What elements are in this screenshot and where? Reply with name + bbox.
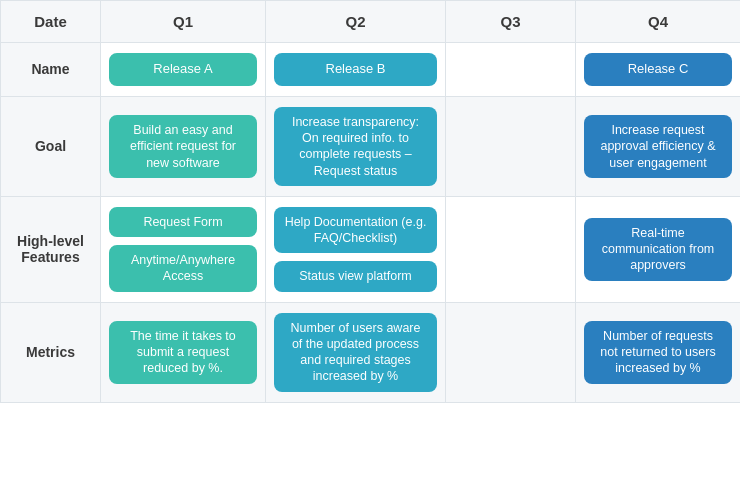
name-q1: Release A xyxy=(101,43,266,97)
metrics-q1: The time it takes to submit a request re… xyxy=(101,302,266,402)
roadmap-table: Date Q1 Q2 Q3 Q4 Name Release A Release … xyxy=(0,0,740,403)
goal-q4-pill: Increase request approval efficiency & u… xyxy=(584,115,732,178)
goal-q2-pill: Increase transparency: On required info.… xyxy=(274,107,437,186)
header-q4: Q4 xyxy=(576,1,741,43)
name-q4: Release C xyxy=(576,43,741,97)
row-label-metrics: Metrics xyxy=(1,302,101,402)
features-q2-pill-0: Help Documentation (e.g. FAQ/Checklist) xyxy=(274,207,437,254)
features-q1-inner: Request Form Anytime/Anywhere Access xyxy=(109,207,257,292)
goal-q2: Increase transparency: On required info.… xyxy=(266,96,446,196)
header-q1: Q1 xyxy=(101,1,266,43)
name-q2-pill: Release B xyxy=(274,53,437,86)
header-date: Date xyxy=(1,1,101,43)
goal-q1: Build an easy and efficient request for … xyxy=(101,96,266,196)
metrics-q4-pill: Number of requests not returned to users… xyxy=(584,321,732,384)
row-label-name: Name xyxy=(1,43,101,97)
header-q3: Q3 xyxy=(446,1,576,43)
name-q4-pill: Release C xyxy=(584,53,732,86)
features-q2: Help Documentation (e.g. FAQ/Checklist) … xyxy=(266,196,446,302)
features-q1-pill-0: Request Form xyxy=(109,207,257,237)
row-label-goal: Goal xyxy=(1,96,101,196)
features-q4-pill-0: Real-time communication from approvers xyxy=(584,218,732,281)
features-q1-pill-1: Anytime/Anywhere Access xyxy=(109,245,257,292)
metrics-q3 xyxy=(446,302,576,402)
metrics-q1-pill: The time it takes to submit a request re… xyxy=(109,321,257,384)
features-q3 xyxy=(446,196,576,302)
metrics-q2: Number of users aware of the updated pro… xyxy=(266,302,446,402)
features-q2-inner: Help Documentation (e.g. FAQ/Checklist) … xyxy=(274,207,437,292)
name-q3 xyxy=(446,43,576,97)
features-q2-pill-1: Status view platform xyxy=(274,261,437,291)
metrics-q4: Number of requests not returned to users… xyxy=(576,302,741,402)
metrics-q2-pill: Number of users aware of the updated pro… xyxy=(274,313,437,392)
name-q1-pill: Release A xyxy=(109,53,257,86)
goal-q3 xyxy=(446,96,576,196)
goal-q1-pill: Build an easy and efficient request for … xyxy=(109,115,257,178)
features-q4-inner: Real-time communication from approvers xyxy=(584,218,732,281)
header-q2: Q2 xyxy=(266,1,446,43)
row-label-features: High-level Features xyxy=(1,196,101,302)
features-q1: Request Form Anytime/Anywhere Access xyxy=(101,196,266,302)
goal-q4: Increase request approval efficiency & u… xyxy=(576,96,741,196)
name-q2: Release B xyxy=(266,43,446,97)
features-q4: Real-time communication from approvers xyxy=(576,196,741,302)
